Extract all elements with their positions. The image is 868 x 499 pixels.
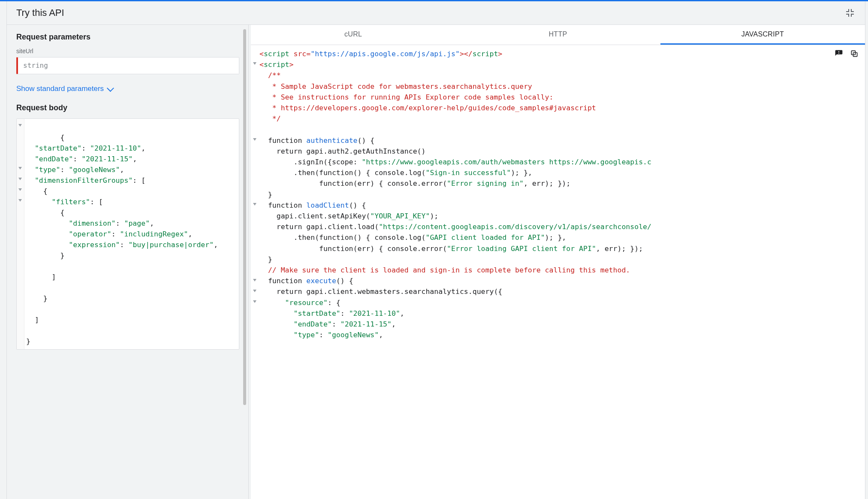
enddate-value: "2021-11-15" — [81, 155, 133, 163]
tab-curl[interactable]: cURL — [251, 25, 455, 45]
code-column: cURL HTTP JAVASCRIPT — [251, 25, 865, 499]
code-gutter — [251, 45, 259, 499]
panel-content: Request parameters siteUrl Show standard… — [7, 25, 865, 499]
panel-header: Try this API — [7, 1, 865, 25]
type-value: "googleNews" — [69, 166, 120, 174]
show-standard-parameters-toggle[interactable]: Show standard parameters — [16, 85, 112, 93]
request-body-editor[interactable]: { "startDate": "2021-11-10", "endDate": … — [16, 118, 239, 350]
code-sample[interactable]: <script src="https://apis.google.com/js/… — [259, 48, 865, 499]
editor-gutter — [17, 119, 24, 349]
collapse-icon[interactable] — [845, 8, 855, 18]
siteurl-label: siteUrl — [16, 48, 239, 54]
startdate-value: "2021-11-10" — [90, 144, 141, 152]
panel-title: Try this API — [16, 7, 64, 18]
try-api-panel: Try this API Request parameters siteUrl … — [6, 1, 865, 499]
chevron-down-icon — [107, 85, 114, 92]
left-scrollbar[interactable] — [243, 29, 246, 499]
tab-javascript[interactable]: JAVASCRIPT — [660, 25, 865, 45]
tab-http[interactable]: HTTP — [455, 25, 660, 45]
filter-operator-value: "includingRegex" — [120, 230, 188, 238]
filter-expression-value: "buy|purchase|order" — [128, 241, 214, 249]
request-column: Request parameters siteUrl Show standard… — [7, 25, 248, 499]
siteurl-input[interactable] — [16, 57, 239, 74]
filter-dimension-value: "page" — [124, 219, 150, 227]
left-scrollbar-thumb[interactable] — [243, 29, 246, 405]
code-sample-area: <script src="https://apis.google.com/js/… — [251, 45, 865, 499]
show-standard-parameters-label: Show standard parameters — [16, 85, 104, 93]
request-params-title: Request parameters — [16, 33, 239, 42]
code-tabs: cURL HTTP JAVASCRIPT — [251, 25, 865, 45]
request-body-title: Request body — [16, 103, 239, 112]
